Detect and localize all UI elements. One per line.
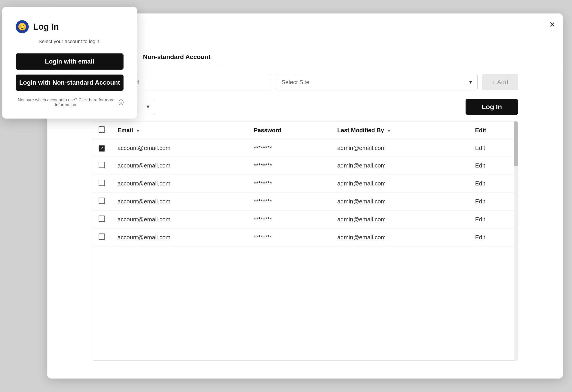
select-site-dropdown[interactable]: Select Site (276, 74, 477, 90)
select-all-checkbox[interactable] (99, 126, 105, 133)
scrollbar[interactable] (514, 122, 518, 360)
row-modified-by: admin@email.com (331, 211, 469, 229)
row-edit[interactable]: Edit (469, 140, 518, 157)
action-row: ▼ Log In (92, 99, 518, 115)
smiley-icon: 😊 (16, 20, 29, 33)
login-card: 😊 Log In Select your account to login: L… (2, 7, 137, 119)
table-container: Email ▼ Password Last Modified By ▼ Edit… (92, 121, 518, 361)
row-edit[interactable]: Edit (469, 157, 518, 175)
row-checkbox-cell[interactable] (92, 140, 111, 157)
sort-icon: ▼ (387, 129, 391, 133)
row-checkbox-cell[interactable] (92, 211, 111, 229)
tab-nonstandard[interactable]: Non-standard Account (132, 49, 222, 65)
table-row: account@email.com ******** admin@email.c… (92, 140, 518, 157)
row-edit[interactable]: Edit (469, 229, 518, 247)
form-row: Select Site ▼ + Add (92, 74, 518, 90)
row-email: account@email.com (111, 140, 248, 157)
row-edit[interactable]: Edit (469, 175, 518, 193)
row-checkbox[interactable] (99, 198, 105, 204)
row-modified-by: admin@email.com (331, 193, 469, 211)
row-checkbox-cell[interactable] (92, 193, 111, 211)
email-column-header[interactable]: Email ▼ (111, 122, 248, 140)
row-password: ******** (248, 157, 331, 175)
row-modified-by: admin@email.com (331, 175, 469, 193)
checkbox-header[interactable] (92, 122, 111, 140)
login-email-button[interactable]: Login with email (16, 53, 124, 70)
row-password: ******** (248, 175, 331, 193)
login-card-title: Log In (33, 22, 59, 32)
row-checkbox[interactable] (99, 162, 105, 168)
table-row: account@email.com ******** admin@email.c… (92, 175, 518, 193)
select-site-wrapper: Select Site ▼ (276, 74, 477, 90)
row-password: ******** (248, 140, 331, 157)
password-column-header: Password (248, 122, 331, 140)
row-password: ******** (248, 211, 331, 229)
row-checkbox[interactable] (99, 180, 105, 186)
row-email: account@email.com (111, 193, 248, 211)
row-email: account@email.com (111, 175, 248, 193)
row-checkbox[interactable] (99, 145, 105, 152)
row-email: account@email.com (111, 211, 248, 229)
scroll-thumb[interactable] (514, 122, 518, 166)
table-header-row: Email ▼ Password Last Modified By ▼ Edit (92, 122, 518, 140)
row-checkbox-cell[interactable] (92, 229, 111, 247)
row-edit[interactable]: Edit (469, 193, 518, 211)
row-modified-by: admin@email.com (331, 157, 469, 175)
row-email: account@email.com (111, 229, 248, 247)
row-checkbox[interactable] (99, 216, 105, 222)
add-button[interactable]: + Add (482, 74, 518, 90)
sort-icon: ▼ (136, 129, 140, 133)
row-modified-by: admin@email.com (331, 229, 469, 247)
row-edit[interactable]: Edit (469, 211, 518, 229)
edit-column-header: Edit (469, 122, 518, 140)
row-email: account@email.com (111, 157, 248, 175)
row-checkbox-cell[interactable] (92, 175, 111, 193)
row-modified-by: admin@email.com (331, 140, 469, 157)
table-row: account@email.com ******** admin@email.c… (92, 157, 518, 175)
table-row: account@email.com ******** admin@email.c… (92, 229, 518, 247)
login-card-header: 😊 Log In (16, 20, 124, 33)
modified-by-column-header[interactable]: Last Modified By ▼ (331, 122, 469, 140)
login-button[interactable]: Log In (466, 99, 518, 115)
footer-text: Not sure which account to use? Click her… (16, 97, 117, 107)
login-card-subtitle: Select your account to login: (16, 39, 124, 45)
row-checkbox[interactable] (99, 234, 105, 240)
table-row: account@email.com ******** admin@email.c… (92, 193, 518, 211)
table-row: account@email.com ******** admin@email.c… (92, 211, 518, 229)
close-button[interactable]: × (549, 20, 555, 29)
row-password: ******** (248, 229, 331, 247)
accounts-table: Email ▼ Password Last Modified By ▼ Edit… (92, 122, 518, 247)
row-password: ******** (248, 193, 331, 211)
row-checkbox-cell[interactable] (92, 157, 111, 175)
login-card-footer: Not sure which account to use? Click her… (16, 97, 124, 107)
info-icon[interactable]: ℹ (119, 99, 124, 105)
login-nonstandard-button[interactable]: Login with Non-standard Account (16, 75, 124, 91)
